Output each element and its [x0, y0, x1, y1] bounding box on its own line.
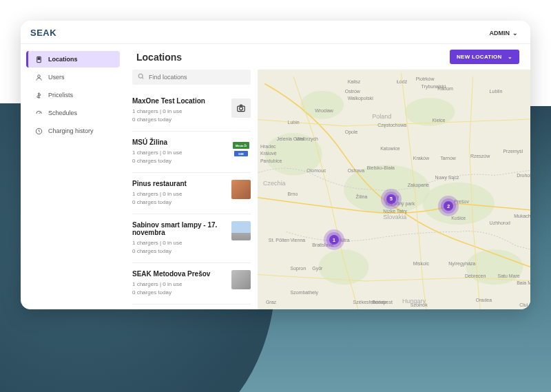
map-city-label: Tarnów: [440, 156, 456, 161]
map-marker[interactable]: 5: [385, 193, 397, 205]
marker-count: 5: [386, 194, 396, 204]
location-title: Pinus restaurant: [132, 180, 226, 187]
map-city-label: Kielce: [432, 118, 445, 123]
svg-point-7: [138, 74, 143, 78]
svg-line-8: [142, 77, 143, 79]
marker-count: 1: [329, 235, 339, 245]
svg-point-5: [37, 74, 40, 77]
sidebar: LocationsUsersPricelistsSchedulesChargin…: [21, 44, 125, 309]
sidebar-item-label: Charging history: [48, 127, 94, 134]
map-city-label: Uzhhorod: [490, 220, 510, 225]
svg-point-19: [319, 249, 369, 285]
map-city-label: Győr: [312, 266, 322, 271]
location-chargers: 1 chargers | 0 in use: [132, 149, 226, 157]
location-charges: 0 charges today: [132, 198, 226, 207]
map-city-label: Cluj-Napo: [519, 302, 530, 307]
svg-rect-3: [38, 59, 39, 59]
map-city-label: Walkopolski: [348, 96, 373, 101]
location-title: Sabinov smart lampy - 17. novembra: [132, 221, 226, 236]
sidebar-item-label: Schedules: [48, 110, 77, 116]
map-city-label: Oradea: [476, 298, 492, 302]
location-thumb: Mesto ŽiSSE: [231, 140, 251, 159]
map-city-label: Nyíregyháza: [448, 261, 475, 266]
map-country-label: Poland: [372, 113, 391, 120]
map-city-label: Opole: [345, 130, 358, 134]
location-thumb: [231, 221, 251, 240]
clock-icon: [34, 127, 43, 135]
money-icon: [34, 91, 43, 99]
location-chargers: 1 chargers | 0 in use: [132, 107, 226, 116]
map-city-label: Sopron: [291, 266, 306, 271]
map-city-label: Kraków: [413, 156, 429, 161]
location-item[interactable]: MSÚ Žilina1 chargers | 0 in use0 charges…: [132, 132, 251, 173]
location-title: MaxOne Test Location: [132, 97, 226, 105]
location-item[interactable]: Pinus restaurant1 chargers | 0 in use0 c…: [132, 173, 251, 214]
app-logo: SEAK: [30, 28, 56, 38]
location-charges: 0 charges today: [132, 247, 226, 256]
map-city-label: Ostrów: [345, 89, 360, 94]
sidebar-item-user[interactable]: Users: [26, 69, 120, 85]
location-thumb: [231, 180, 251, 199]
svg-rect-1: [38, 57, 39, 58]
map-city-label: St. Pölten: [269, 238, 289, 243]
sidebar-item-label: Users: [48, 74, 65, 81]
user-icon: [34, 73, 43, 81]
new-location-button[interactable]: NEW LOCATION ⌄: [450, 50, 519, 64]
map-city-label: Drohobych: [517, 173, 530, 178]
map-city-label: Piotrków: [416, 76, 435, 81]
map-marker[interactable]: 1: [328, 234, 340, 246]
svg-point-21: [301, 91, 344, 119]
svg-text:Mesto Ži: Mesto Ži: [236, 144, 247, 147]
svg-rect-2: [39, 57, 39, 58]
sidebar-item-clock[interactable]: Charging history: [26, 123, 120, 139]
user-label: ADMIN: [490, 30, 510, 37]
map-city-label: Olomouc: [306, 168, 326, 173]
search-icon: [138, 73, 145, 81]
map-city-label: Satu Mare: [497, 274, 519, 278]
location-icon: [34, 55, 43, 63]
sidebar-item-location[interactable]: Locations: [26, 51, 120, 68]
map-city-label: Lublin: [490, 89, 503, 94]
map-city-label: Bielsko-Biała: [366, 165, 394, 170]
map-city-label: Brno: [288, 192, 298, 196]
map-city-label: Szolnok: [410, 302, 428, 307]
gauge-icon: [34, 109, 43, 117]
map-city-label: Katowice: [380, 146, 399, 151]
map-city-label: Ostrava: [348, 168, 365, 173]
location-chargers: 1 chargers | 0 in use: [132, 239, 226, 247]
marker-count: 2: [444, 201, 453, 211]
sidebar-item-label: Locations: [48, 56, 78, 63]
map-city-label: Graz: [266, 300, 276, 305]
search-input[interactable]: [149, 74, 245, 81]
map-city-label: Nowy Sącz: [435, 175, 459, 180]
page-title: Locations: [136, 52, 182, 63]
location-item[interactable]: Sabinov smart lampy - 17. novembra1 char…: [132, 214, 251, 263]
chevron-down-icon: ⌄: [512, 30, 518, 37]
location-item[interactable]: MaxOne Test Location1 chargers | 0 in us…: [132, 90, 251, 132]
sidebar-item-label: Pricelists: [48, 92, 73, 99]
svg-text:SSE: SSE: [238, 152, 244, 156]
map-marker[interactable]: 2: [442, 200, 455, 212]
location-chargers: 1 chargers | 0 in use: [132, 190, 226, 198]
map-city-label: Košice: [451, 216, 466, 220]
sidebar-item-money[interactable]: Pricelists: [26, 87, 120, 103]
svg-point-20: [466, 249, 523, 285]
user-menu[interactable]: ADMIN ⌄: [490, 30, 519, 37]
location-charges: 0 charges today: [132, 289, 226, 297]
chevron-down-icon: ⌄: [508, 54, 512, 60]
map-city-label: Miskolc: [413, 261, 429, 266]
map-city-label: Nízke Tatry: [383, 209, 407, 214]
map-city-label: Székesfehérvár: [353, 300, 387, 305]
search-box[interactable]: [132, 70, 251, 85]
location-charges: 0 charges today: [132, 116, 226, 124]
map-city-label: Králové: [260, 151, 277, 156]
map[interactable]: CzechiaSlovakiaHungaryPolandŁódźWrocławK…: [258, 70, 530, 309]
location-item[interactable]: SEAK Metodova Prešov1 chargers | 0 in us…: [132, 263, 251, 305]
location-chargers: 1 chargers | 0 in use: [132, 280, 226, 289]
sidebar-item-gauge[interactable]: Schedules: [26, 105, 120, 121]
location-title: MSÚ Žilina: [132, 138, 226, 146]
map-city-label: Częstochowa: [377, 123, 406, 127]
map-city-label: Łódź: [397, 79, 407, 84]
map-country-label: Czechia: [263, 180, 286, 187]
location-charges: 0 charges today: [132, 157, 226, 165]
